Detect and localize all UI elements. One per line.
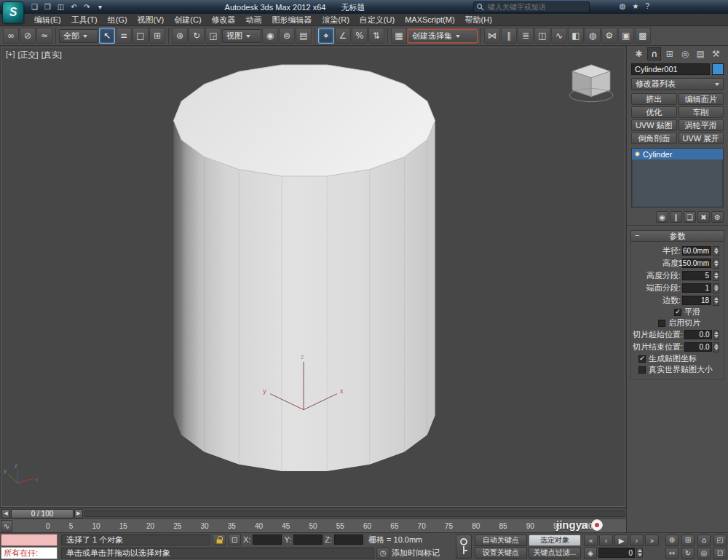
menu-animation[interactable]: 动画 (241, 15, 267, 25)
app-menu-button[interactable]: S (2, 1, 24, 23)
curve-editor-icon[interactable]: ∿ (551, 28, 567, 44)
menu-views[interactable]: 视图(V) (132, 15, 170, 25)
key-mode-dropdown[interactable]: 选定对象 (529, 535, 581, 546)
time-slider-track[interactable] (84, 510, 625, 517)
maxscript-mini-listener[interactable]: 所有在仟: (0, 533, 58, 560)
spinner-control[interactable] (713, 330, 719, 340)
layer-manager-icon[interactable]: ≣ (518, 28, 534, 44)
snap-toggle-icon[interactable]: ⌖ (318, 28, 334, 44)
param-value-field[interactable]: 5 (682, 271, 711, 280)
x-coordinate-field[interactable] (253, 535, 282, 545)
spinner-control[interactable] (713, 342, 719, 352)
modifier-button-uvw-map[interactable]: UVW 贴图 (631, 119, 677, 131)
select-object-icon[interactable]: ↖ (99, 28, 115, 44)
window-crossing-icon[interactable]: ⊞ (149, 28, 165, 44)
absolute-offset-toggle[interactable]: ⊡ (228, 534, 241, 545)
orbit-icon[interactable]: ↻ (681, 548, 695, 559)
show-end-result-icon[interactable]: ∥ (670, 211, 682, 223)
spinner-snap-icon[interactable]: ⇅ (368, 28, 384, 44)
time-slider-grip[interactable]: 0 / 100 (11, 509, 74, 518)
utilities-tab[interactable]: ⚒ (709, 47, 723, 60)
mirror-icon[interactable]: ⋈ (484, 28, 500, 44)
zoom-icon[interactable]: ⊕ (665, 535, 678, 546)
menu-modifiers[interactable]: 修改器 (207, 15, 241, 25)
infocenter-search[interactable] (473, 1, 590, 12)
align-icon[interactable]: ∥ (501, 28, 517, 44)
edit-named-selections-icon[interactable]: ▦ (391, 28, 407, 44)
render-production-icon[interactable]: ▩ (635, 28, 651, 44)
key-filters-button[interactable]: 关键点过滤... (529, 547, 581, 559)
select-and-rotate-icon[interactable]: ↻ (189, 28, 205, 44)
param-value-field[interactable]: 0.0 (684, 330, 711, 339)
motion-tab[interactable]: ◎ (678, 47, 692, 60)
modifier-stack[interactable]: Cylinder (631, 148, 724, 208)
checkbox[interactable] (674, 309, 681, 316)
y-coordinate-field[interactable] (293, 535, 323, 545)
modifier-list-dropdown[interactable]: 修改器列表 (631, 78, 724, 90)
selection-filter-dropdown[interactable]: 全部 (59, 29, 98, 43)
display-tab[interactable]: ▤ (694, 47, 708, 60)
schematic-view-icon[interactable]: ◧ (568, 28, 584, 44)
listener-line[interactable]: 所有在仟: (1, 547, 58, 559)
go-to-start-button[interactable]: « (584, 535, 598, 546)
time-step-back-button[interactable]: ◀ (1, 509, 10, 518)
viewport-general-menu[interactable]: [+] (6, 50, 15, 60)
zoom-extents-icon[interactable]: ⌂ (697, 535, 711, 546)
pin-stack-icon[interactable]: ◉ (656, 211, 668, 223)
viewport-pov-menu[interactable]: [正交] (18, 50, 39, 60)
play-button[interactable]: ▶ (614, 535, 628, 546)
stack-item-cylinder[interactable]: Cylinder (632, 149, 723, 159)
reference-coordinate-dropdown[interactable]: 视图 (222, 29, 261, 43)
param-value-field[interactable]: 0.0 (684, 342, 711, 352)
macro-recorder-line[interactable] (1, 534, 58, 546)
communication-center-icon[interactable]: ◍ (620, 2, 626, 10)
angle-snap-icon[interactable]: ∠ (335, 28, 351, 44)
use-pivot-center-icon[interactable]: ◉ (262, 28, 278, 44)
menu-tools[interactable]: 工具(T) (66, 15, 103, 25)
next-frame-button[interactable]: › (630, 535, 644, 546)
track-bar[interactable]: ∿ 05101520253035404550556065707580859095… (0, 518, 626, 532)
checkbox[interactable] (638, 366, 646, 374)
menu-maxscript[interactable]: MAXScript(M) (400, 15, 459, 24)
modifier-button-bevel-profile[interactable]: 倒角剖面 (631, 133, 677, 144)
zoom-all-icon[interactable]: ⊞ (681, 535, 695, 546)
menu-rendering[interactable]: 渲染(R) (317, 15, 355, 25)
search-input[interactable] (486, 2, 587, 12)
menu-group[interactable]: 组(G) (103, 15, 132, 25)
modifier-button-extrude[interactable]: 挤出 (631, 93, 677, 105)
help-icon[interactable]: ? (645, 2, 649, 10)
field-of-view-icon[interactable]: ◎ (697, 548, 711, 559)
viewport[interactable]: [+] [正交] [真实] (1, 47, 625, 507)
view-cube[interactable] (569, 65, 613, 102)
object-name-field[interactable]: Cylinder001 (631, 63, 710, 75)
spinner-control[interactable] (713, 283, 719, 293)
param-value-field[interactable]: 1 (682, 283, 711, 293)
viewport-shading-menu[interactable]: [真实] (41, 50, 62, 60)
previous-frame-button[interactable]: ‹ (599, 535, 613, 546)
checkbox[interactable] (638, 355, 646, 363)
render-setup-icon[interactable]: ⚙ (601, 28, 617, 44)
spinner-control[interactable] (713, 271, 719, 281)
go-to-end-button[interactable]: » (645, 535, 659, 546)
select-and-link-icon[interactable]: ∞ (3, 28, 19, 44)
create-tab[interactable]: ✱ (632, 47, 646, 60)
unlink-selection-icon[interactable]: ⊘ (20, 28, 36, 44)
rendered-frame-icon[interactable]: ▣ (618, 28, 634, 44)
set-key-button[interactable] (456, 535, 472, 559)
frame-spinner[interactable] (636, 548, 643, 558)
selection-lock-button[interactable] (213, 534, 226, 545)
pan-icon[interactable]: ↔ (665, 548, 678, 559)
percent-snap-icon[interactable]: % (352, 28, 368, 44)
modifier-button-turbosmooth[interactable]: 涡轮平滑 (678, 119, 724, 131)
material-editor-icon[interactable]: ◍ (585, 28, 601, 44)
cylinder-top-face[interactable] (173, 65, 435, 176)
modifier-button-optimize[interactable]: 优化 (631, 106, 677, 118)
menu-edit[interactable]: 编辑(E) (29, 15, 66, 25)
spinner-control[interactable] (713, 259, 719, 269)
time-slider[interactable]: ◀ 0 / 100 ▶ (0, 508, 626, 518)
modifier-button-unwrap-uvw[interactable]: UVW 展开 (678, 133, 724, 144)
remove-modifier-icon[interactable]: ✖ (697, 211, 710, 223)
param-value-field[interactable]: 60.0mm (682, 246, 711, 256)
selection-region-icon[interactable]: □ (132, 28, 149, 44)
object-color-swatch[interactable] (712, 63, 724, 75)
